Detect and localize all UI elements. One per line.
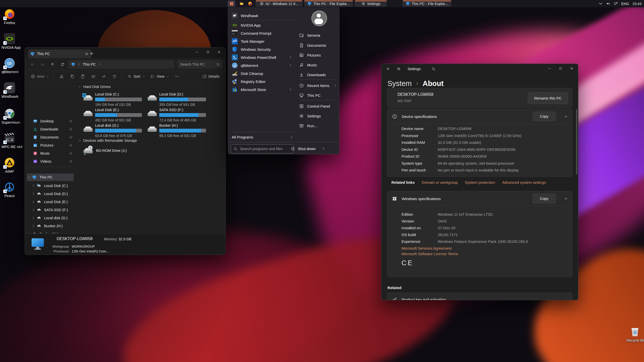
language-indicator[interactable]: ENG [621,2,629,6]
refresh-button[interactable] [58,61,67,68]
shut-down-button[interactable]: Shut down [291,144,325,153]
start-item-task-manager[interactable]: Task Manager [232,37,295,45]
sidebar-item-local-disk-e-[interactable]: Local Disk (E:) [27,198,74,206]
forward-button[interactable] [38,61,47,68]
details-pane-button[interactable]: Details [200,72,222,81]
start-item-windhawk[interactable]: Windhawk [232,12,295,20]
drive-item-local-disk-c-[interactable]: Local Disk (C:)184 GB free of 232 GB [82,92,145,106]
more-options-button[interactable] [172,72,182,81]
back-button[interactable] [28,61,36,68]
close-button[interactable] [566,64,577,72]
network-tray-icon[interactable] [614,2,618,6]
speaker-icon[interactable] [606,2,610,6]
sidebar-item-videos[interactable]: Videos [27,158,74,165]
desktop-icon-peace[interactable]: Peace [2,182,18,198]
start-item-music[interactable]: Music [299,61,337,69]
sidebar-item-local-disk-c-[interactable]: Local Disk (C:) [27,182,74,190]
start-item-registry-editor[interactable]: Registry Editor [232,77,295,85]
sidebar-item-local-disk-d-[interactable]: Local Disk (D:) [27,190,74,198]
windows-specifications-header[interactable]: Windows specifications Copy [387,191,572,206]
desktop-icon-windhawk[interactable]: Windhawk [2,82,18,99]
desktop-icon-recycle-bin[interactable]: ♻Recycle Bin [626,326,643,342]
maximize-button[interactable] [202,48,213,56]
start-item-run-[interactable]: Run... [299,121,337,130]
maximize-button[interactable] [555,64,566,72]
start-item-control-panel[interactable]: Control Panel [299,102,337,110]
chevron-up-icon[interactable] [564,197,568,200]
clock[interactable]: 15:43 [632,2,641,6]
desktop-icon-firefox[interactable]: Firefox [2,9,18,25]
link-advanced-system-settings[interactable]: Advanced system settings [502,180,546,185]
desktop-icon-aimp[interactable]: AIMP [2,157,18,173]
menu-button[interactable] [394,65,403,73]
new-tab-icon[interactable] [89,51,94,56]
chevron-up-icon[interactable] [564,115,568,118]
taskbar-file-explorer[interactable] [237,1,245,7]
sort-button[interactable]: Sort [125,72,147,81]
avatar[interactable] [311,11,327,26]
search-button[interactable] [429,65,438,73]
delete-button[interactable] [110,72,119,81]
desktop-icon-nvidia-app[interactable]: NVIDIA App [2,33,18,50]
sidebar-item-pictures[interactable]: Pictures [27,142,74,149]
copy-button[interactable]: Copy [533,194,556,203]
sidebar-item-music[interactable]: Music [27,150,74,157]
link-license-terms[interactable]: Microsoft Software License Terms [401,250,567,257]
close-button[interactable] [213,48,224,56]
drive-item-local-disk-d-[interactable]: Local Disk (D:)355 GB free of 931 GB [146,92,209,106]
sidebar-item-this-pc[interactable]: This PC [27,173,74,181]
view-button[interactable]: View [148,72,171,81]
sidebar-item-desktop[interactable]: Desktop [27,117,74,125]
start-item-settings[interactable]: Settings [299,112,337,120]
scrollbar[interactable] [576,109,577,174]
rename-button[interactable] [89,72,98,81]
close-tab-icon[interactable] [85,52,89,56]
start-item-command-prompt[interactable]: >_Command Prompt [232,29,295,37]
minimize-button[interactable] [544,64,555,72]
link-system-protection[interactable]: System protection [465,180,495,185]
device-specifications-header[interactable]: Device specifications Copy [387,109,572,124]
start-item-windows-powershell[interactable]: Windows PowerShell [232,53,295,61]
link-domain-workgroup[interactable]: Domain or workgroup [422,180,458,185]
share-button[interactable] [99,72,109,81]
start-item-this-pc[interactable]: This PC [299,91,337,100]
breadcrumb-system[interactable]: System [387,79,412,88]
start-button[interactable] [228,1,235,7]
start-item-pictures[interactable]: Pictures [299,51,337,59]
sidebar-item-documents[interactable]: Documents [27,133,74,141]
taskbar-firefox[interactable] [246,1,254,7]
all-programs-button[interactable]: All Programs [232,133,295,141]
drive-item-bunker-h-[interactable]: Bunker (H:)99.2 GB free of 931 GB [146,123,209,138]
chevron-down-icon[interactable] [598,2,603,6]
taskbar-task-0[interactable]: /s/ - Windows 11 #... [256,1,302,7]
section-hard-disk-drives[interactable]: Hard Disk Drives [78,85,111,89]
start-item-user-seneria[interactable]: Seneria [299,31,337,39]
taskbar-task-1[interactable]: This PC - File Explor... [304,1,353,7]
start-item-recent-items[interactable]: Recent Items [299,81,337,90]
start-item-qbittorrent[interactable]: qbqBittorrent [232,61,295,69]
copy-button[interactable]: Copy [533,112,556,121]
start-item-downloads[interactable]: Downloads [299,70,337,79]
taskbar-task-3[interactable]: This PC - File Explor... [403,1,451,7]
minimize-button[interactable] [191,48,202,56]
taskbar-task-2[interactable]: Settings [355,1,387,7]
sidebar-item-local-disk-g-[interactable]: Local disk (G:) [27,214,74,222]
sidebar-item-bunker-h-[interactable]: Bunker (H:) [27,222,74,230]
desktop-icon-mpc-be-x64[interactable]: MPC BEMPC-BE x64 [2,132,18,149]
start-search-input[interactable]: Search programs and files [231,144,294,153]
explorer-tab[interactable]: This PC [28,50,91,58]
sidebar-item-downloads[interactable]: Downloads [27,125,74,133]
drive-item-bd-rom[interactable]: BDBD-ROM Drive (J:) [82,145,127,156]
back-button[interactable] [384,65,392,73]
drive-item-local-disk-g-[interactable]: Local disk (G:)63.8 GB free of 476 GB [82,123,145,138]
start-item-nvidia-app[interactable]: NVIDIA App [232,21,295,29]
address-bar[interactable]: This PC [68,60,174,69]
desktop-icon-supermium[interactable]: Supermium [2,108,18,124]
search-input[interactable]: Search This PC [178,60,222,69]
copy-button[interactable] [67,72,77,81]
rename-pc-button[interactable]: Rename this PC [528,92,568,104]
up-button[interactable] [48,61,57,68]
drive-item-local-disk-e-[interactable]: Local Disk (E:)492 GB free of 931 GB [82,108,145,122]
breadcrumb[interactable]: This PC [83,62,96,66]
start-item-documents[interactable]: Documents [299,41,337,50]
